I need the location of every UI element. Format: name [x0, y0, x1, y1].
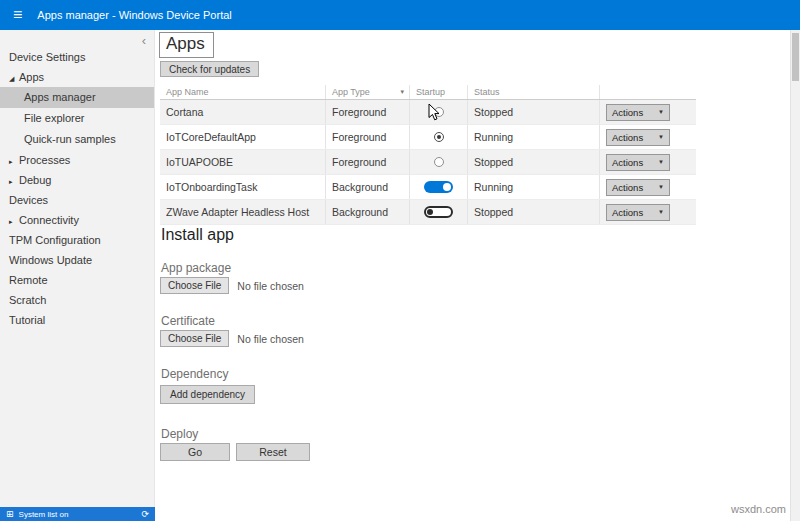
- startup-radio[interactable]: [434, 107, 444, 117]
- column-header-app-name-label: App Name: [166, 87, 209, 97]
- app-package-file-input: Choose File No file chosen: [160, 277, 304, 294]
- actions-dropdown[interactable]: Actions▼: [606, 204, 670, 221]
- scrollbar-thumb[interactable]: [792, 33, 799, 81]
- startup-cell: [410, 100, 468, 124]
- sidebar-item-label: Device Settings: [9, 51, 85, 63]
- actions-dropdown[interactable]: Actions▼: [606, 179, 670, 196]
- sidebar-item-apps[interactable]: ◢Apps: [0, 67, 154, 87]
- startup-radio[interactable]: [434, 132, 444, 142]
- sidebar-item-scratch[interactable]: Scratch: [0, 290, 154, 310]
- actions-dropdown-label: Actions: [612, 182, 658, 193]
- status-cell: Stopped: [468, 100, 600, 124]
- table-row: ZWave Adapter Headless HostBackgroundSto…: [160, 200, 696, 225]
- sidebar-item-label: Processes: [19, 154, 70, 166]
- actions-dropdown-label: Actions: [612, 157, 658, 168]
- actions-cell: Actions▼: [600, 150, 696, 174]
- startup-cell: [410, 150, 468, 174]
- dependency-label: Dependency: [161, 367, 228, 381]
- sidebar-footer-label: System list on: [19, 510, 142, 519]
- actions-dropdown-label: Actions: [612, 107, 658, 118]
- sidebar-item-label: Debug: [19, 174, 51, 186]
- sidebar-item-debug[interactable]: ▸Debug: [0, 170, 154, 190]
- column-header-app-type[interactable]: App Type▾: [326, 85, 410, 99]
- sidebar-item-device-settings[interactable]: Device Settings: [0, 47, 154, 67]
- sidebar-item-label: Devices: [9, 194, 48, 206]
- expanded-triangle-icon: ◢: [9, 69, 19, 89]
- dropdown-arrow-icon: ▼: [658, 209, 664, 215]
- status-cell: Stopped: [468, 150, 600, 174]
- page-title: Apps: [159, 32, 214, 58]
- sidebar-item-label: Apps manager: [24, 91, 96, 103]
- column-header-actions: [600, 85, 696, 99]
- startup-cell: [410, 125, 468, 149]
- app-name-cell: Cortana: [160, 100, 326, 124]
- main-content: Apps Check for updates App Name App Type…: [156, 30, 790, 521]
- apps-table: App Name App Type▾ Startup Status Cortan…: [160, 85, 696, 225]
- column-header-startup[interactable]: Startup: [410, 85, 468, 99]
- actions-cell: Actions▼: [600, 125, 696, 149]
- deploy-label: Deploy: [161, 427, 198, 441]
- collapse-sidebar-icon[interactable]: ‹: [142, 33, 146, 48]
- status-cell: Running: [468, 125, 600, 149]
- actions-dropdown[interactable]: Actions▼: [606, 104, 670, 121]
- startup-radio[interactable]: [434, 157, 444, 167]
- certificate-file-status: No file chosen: [237, 333, 304, 345]
- check-for-updates-button[interactable]: Check for updates: [160, 61, 259, 77]
- app-package-label: App package: [161, 261, 231, 275]
- app-type-cell: Foreground: [326, 100, 410, 124]
- sidebar-item-label: Connectivity: [19, 214, 79, 226]
- table-row: IoTUAPOOBEForegroundStoppedActions▼: [160, 150, 696, 175]
- sidebar-item-label: TPM Configuration: [9, 234, 101, 246]
- app-type-cell: Foreground: [326, 125, 410, 149]
- table-header-row: App Name App Type▾ Startup Status: [160, 85, 696, 100]
- sidebar-item-tutorial[interactable]: Tutorial: [0, 310, 154, 330]
- column-header-app-name[interactable]: App Name: [160, 85, 326, 99]
- column-header-app-type-label: App Type: [332, 87, 370, 97]
- refresh-icon: ⟳: [141, 509, 149, 519]
- vertical-scrollbar[interactable]: [790, 30, 800, 521]
- add-dependency-button[interactable]: Add dependency: [160, 385, 255, 404]
- sidebar-item-processes[interactable]: ▸Processes: [0, 150, 154, 170]
- startup-toggle[interactable]: [424, 181, 453, 193]
- go-button[interactable]: Go: [160, 443, 230, 461]
- startup-cell: [410, 175, 468, 199]
- sidebar-item-tpm-configuration[interactable]: TPM Configuration: [0, 230, 154, 250]
- app-name-cell: IoTOnboardingTask: [160, 175, 326, 199]
- actions-dropdown[interactable]: Actions▼: [606, 154, 670, 171]
- table-row: CortanaForegroundStoppedActions▼: [160, 100, 696, 125]
- sidebar-item-connectivity[interactable]: ▸Connectivity: [0, 210, 154, 230]
- sidebar-item-file-explorer[interactable]: File explorer: [0, 108, 154, 129]
- sidebar-item-devices[interactable]: Devices: [0, 190, 154, 210]
- column-header-status[interactable]: Status: [468, 85, 600, 99]
- status-cell: Running: [468, 175, 600, 199]
- dropdown-arrow-icon: ▼: [658, 159, 664, 165]
- sidebar-footer-bar[interactable]: ⊞ System list on ⟳: [0, 507, 155, 521]
- install-app-heading: Install app: [161, 226, 234, 244]
- reset-button[interactable]: Reset: [236, 443, 310, 461]
- collapsed-triangle-icon: ▸: [9, 152, 19, 172]
- sidebar-item-label: Scratch: [9, 294, 46, 306]
- titlebar: ≡ Apps manager - Windows Device Portal: [0, 0, 800, 30]
- certificate-choose-file-button[interactable]: Choose File: [160, 330, 229, 347]
- sidebar: ‹ Device Settings◢AppsApps managerFile e…: [0, 30, 155, 521]
- column-header-status-label: Status: [474, 87, 500, 97]
- collapsed-triangle-icon: ▸: [9, 212, 19, 232]
- app-package-choose-file-button[interactable]: Choose File: [160, 277, 229, 294]
- certificate-label: Certificate: [161, 314, 215, 328]
- sidebar-item-windows-update[interactable]: Windows Update: [0, 250, 154, 270]
- sidebar-item-label: Windows Update: [9, 254, 92, 266]
- app-name-cell: ZWave Adapter Headless Host: [160, 200, 326, 224]
- hamburger-menu-icon[interactable]: ≡: [13, 7, 22, 23]
- startup-cell: [410, 200, 468, 224]
- sidebar-item-remote[interactable]: Remote: [0, 270, 154, 290]
- sidebar-item-apps-manager[interactable]: Apps manager: [0, 87, 154, 108]
- sidebar-item-quick-run-samples[interactable]: Quick-run samples: [0, 129, 154, 150]
- status-cell: Stopped: [468, 200, 600, 224]
- dropdown-arrow-icon: ▼: [658, 134, 664, 140]
- app-package-file-status: No file chosen: [237, 280, 304, 292]
- actions-dropdown[interactable]: Actions▼: [606, 129, 670, 146]
- table-row: IoTOnboardingTaskBackgroundRunningAction…: [160, 175, 696, 200]
- sidebar-item-label: Quick-run samples: [24, 133, 116, 145]
- window-title: Apps manager - Windows Device Portal: [37, 9, 231, 21]
- startup-toggle[interactable]: [424, 206, 453, 218]
